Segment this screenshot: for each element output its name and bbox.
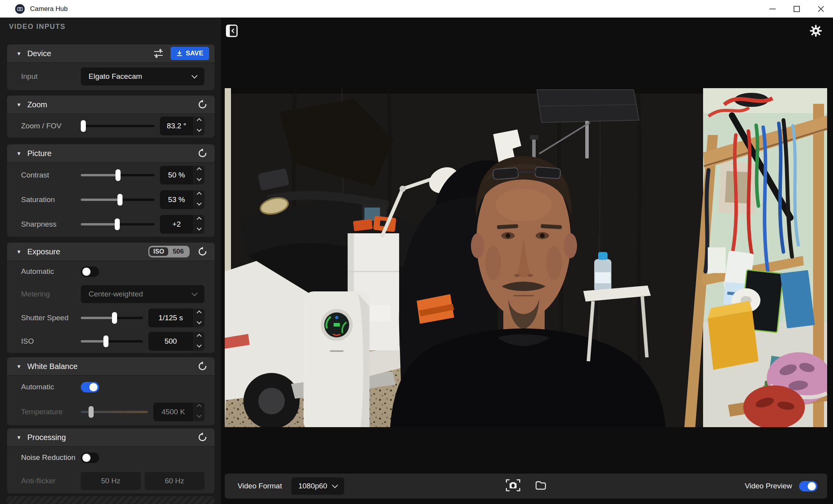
- minimize-button[interactable]: [760, 0, 785, 18]
- contrast-row: Contrast 50 %: [7, 163, 215, 187]
- device-options-button[interactable]: [152, 47, 165, 60]
- slider-handle[interactable]: [81, 120, 86, 132]
- picture-reset-button[interactable]: [196, 147, 209, 160]
- step-down-button[interactable]: [194, 175, 204, 185]
- slider-handle[interactable]: [117, 194, 123, 206]
- step-down-button[interactable]: [194, 412, 204, 421]
- anti-flicker-50hz-button[interactable]: 50 Hz: [81, 472, 141, 490]
- sharpness-valuebox[interactable]: +2: [160, 215, 204, 234]
- snapshot-button[interactable]: [505, 478, 521, 494]
- step-down-button[interactable]: [194, 126, 204, 135]
- picture-section-header[interactable]: ▼ Picture: [7, 144, 215, 163]
- chevron-up-icon: [197, 167, 202, 172]
- saturation-valuebox[interactable]: 53 %: [160, 190, 204, 209]
- processing-reset-button[interactable]: [196, 431, 209, 444]
- video-preview-label: Video Preview: [745, 482, 792, 490]
- video-format-dropdown[interactable]: 1080p60: [291, 477, 344, 495]
- temperature-slider[interactable]: [81, 406, 148, 418]
- step-down-button[interactable]: [194, 341, 204, 351]
- saturation-slider[interactable]: [81, 193, 155, 206]
- open-folder-button[interactable]: [535, 480, 547, 492]
- iso-valuebox[interactable]: 500: [148, 332, 204, 351]
- collapse-triangle-icon: ▼: [16, 435, 21, 440]
- chevron-up-icon: [197, 192, 202, 197]
- folder-icon: [535, 480, 547, 490]
- maximize-button[interactable]: [785, 0, 809, 18]
- slider-handle[interactable]: [103, 335, 108, 347]
- chevron-down-icon: [197, 127, 202, 132]
- iso-badge-value: 506: [168, 247, 188, 256]
- chevron-up-icon: [197, 310, 202, 315]
- close-button[interactable]: [809, 0, 833, 18]
- shutter-speed-value: 1/125 s: [148, 309, 193, 327]
- chevron-up-icon: [197, 217, 202, 222]
- white-balance-reset-button[interactable]: [196, 360, 209, 373]
- footer-bar: Video Format 1080p60: [225, 474, 827, 499]
- processing-section-header[interactable]: ▼ Processing: [7, 428, 215, 447]
- save-button[interactable]: SAVE: [171, 47, 209, 60]
- step-up-button[interactable]: [194, 332, 204, 341]
- wb-automatic-toggle[interactable]: [81, 382, 99, 392]
- chevron-down-icon: [197, 201, 202, 206]
- video-format-value: 1080p60: [298, 482, 327, 490]
- step-up-button[interactable]: [194, 215, 204, 224]
- contrast-slider[interactable]: [81, 169, 155, 181]
- metering-dropdown[interactable]: Center-weighted: [81, 285, 204, 303]
- collapse-triangle-icon: ▼: [16, 51, 21, 57]
- iso-row: ISO 500: [7, 330, 215, 353]
- input-dropdown-value: Elgato Facecam: [89, 72, 142, 81]
- slider-handle[interactable]: [89, 406, 94, 418]
- white-balance-section: ▼ White Balance Automatic Temperature: [7, 357, 215, 425]
- noise-reduction-toggle[interactable]: [81, 453, 99, 463]
- anti-flicker-60hz-button[interactable]: 60 Hz: [145, 472, 205, 490]
- exposure-section-title: Exposure: [27, 247, 60, 256]
- iso-slider[interactable]: [81, 335, 143, 348]
- reset-icon: [197, 148, 208, 158]
- zoom-fov-valuebox[interactable]: 83.2 °: [160, 117, 204, 135]
- step-up-button[interactable]: [194, 309, 204, 318]
- step-down-button[interactable]: [194, 318, 204, 327]
- temperature-valuebox[interactable]: 4500 K: [153, 403, 204, 421]
- collapse-triangle-icon: ▼: [16, 249, 21, 255]
- temperature-row: Temperature 4500 K: [7, 398, 215, 425]
- step-down-button[interactable]: [194, 200, 204, 209]
- step-up-button[interactable]: [194, 117, 204, 126]
- exposure-reset-button[interactable]: [196, 245, 209, 258]
- reset-icon: [197, 361, 208, 371]
- zoom-section-header[interactable]: ▼ Zoom: [7, 96, 215, 114]
- video-preview-toggle[interactable]: [799, 481, 817, 492]
- white-balance-section-header[interactable]: ▼ White Balance: [7, 357, 215, 376]
- camera-hub-window: Camera Hub VIDEO INPUTS ▼ Device: [0, 0, 833, 504]
- reset-icon: [197, 99, 208, 110]
- step-up-button[interactable]: [194, 403, 204, 412]
- exposure-section-header[interactable]: ▼ Exposure ISO 506: [7, 243, 215, 261]
- zoom-section: ▼ Zoom Zoom / FOV 83.2 °: [7, 96, 215, 138]
- shutter-speed-slider[interactable]: [81, 312, 143, 324]
- step-down-button[interactable]: [194, 224, 204, 234]
- reset-icon: [197, 247, 208, 257]
- zoom-reset-button[interactable]: [196, 98, 209, 111]
- input-dropdown[interactable]: Elgato Facecam: [81, 67, 204, 85]
- picture-section: ▼ Picture Contrast 50 %: [7, 144, 215, 237]
- reset-icon: [197, 432, 208, 442]
- toggle-knob: [808, 482, 816, 490]
- next-section-partial[interactable]: [7, 496, 215, 504]
- exposure-automatic-toggle[interactable]: [81, 266, 99, 277]
- contrast-valuebox[interactable]: 50 %: [160, 166, 204, 185]
- sharpness-row: Sharpness +2: [7, 212, 215, 237]
- sharpness-label: Sharpness: [21, 220, 81, 229]
- settings-button[interactable]: [809, 24, 822, 39]
- shutter-speed-valuebox[interactable]: 1/125 s: [148, 309, 204, 327]
- chevron-down-icon: [332, 482, 338, 488]
- device-section-header[interactable]: ▼ Device SA: [7, 44, 215, 63]
- sharpness-slider[interactable]: [81, 218, 155, 231]
- slider-handle[interactable]: [115, 169, 121, 181]
- step-up-button[interactable]: [194, 190, 204, 200]
- zoom-fov-slider[interactable]: [81, 120, 155, 132]
- slider-handle[interactable]: [115, 218, 120, 230]
- step-up-button[interactable]: [194, 166, 204, 175]
- contrast-label: Contrast: [21, 171, 81, 179]
- slider-handle[interactable]: [112, 312, 117, 324]
- sidebar-collapse-button[interactable]: [226, 24, 238, 39]
- chevron-up-icon: [197, 334, 202, 339]
